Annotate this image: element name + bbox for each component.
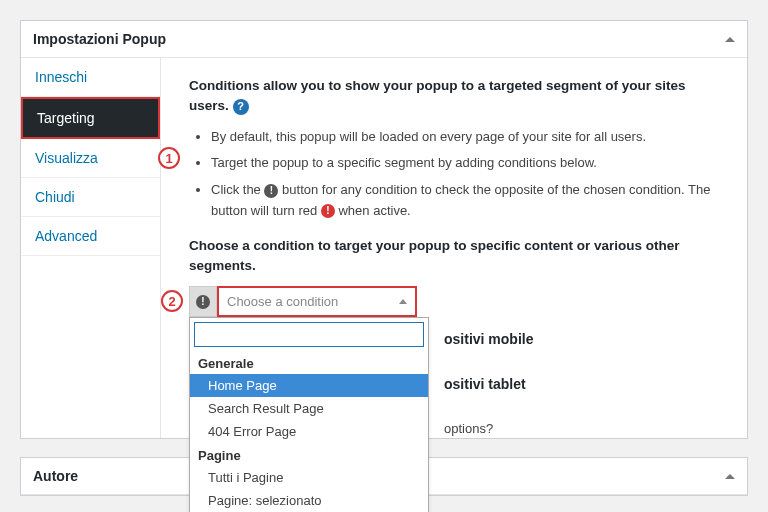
tab-label: Advanced	[35, 228, 97, 244]
dropdown-list[interactable]: Generale Home Page Search Result Page 40…	[190, 351, 428, 512]
tab-advanced[interactable]: Advanced	[21, 217, 160, 256]
collapse-icon	[725, 37, 735, 42]
dropdown-group-label: Pagine	[190, 443, 428, 466]
dropdown-item-404[interactable]: 404 Error Page	[190, 420, 428, 443]
collapse-icon	[725, 474, 735, 479]
dropdown-item-search[interactable]: Search Result Page	[190, 397, 428, 420]
tab-label: Visualizza	[35, 150, 98, 166]
dropdown-item-all-pages[interactable]: Tutti i Pagine	[190, 466, 428, 489]
dropdown-group-label: Generale	[190, 351, 428, 374]
popup-settings-panel: Impostazioni Popup Inneschi Targeting Vi…	[20, 20, 748, 439]
tab-content: Conditions allow you to show your popup …	[161, 58, 747, 438]
tab-label: Chiudi	[35, 189, 75, 205]
help-icon[interactable]: ?	[233, 99, 249, 115]
settings-tabs: Inneschi Targeting Visualizza 1 Chiudi A…	[21, 58, 161, 438]
dropdown-search-wrap	[190, 318, 428, 351]
chevron-up-icon	[399, 299, 407, 304]
tab-label: Inneschi	[35, 69, 87, 85]
bullet-item: Target the popup to a specific segment b…	[211, 153, 725, 174]
panel-title: Impostazioni Popup	[33, 31, 166, 47]
intro-text: Conditions allow you to show your popup …	[189, 76, 725, 117]
condition-heading: Choose a condition to target your popup …	[189, 236, 725, 277]
condition-dropdown: Generale Home Page Search Result Page 40…	[189, 317, 429, 512]
dropdown-item-pages-selected[interactable]: Pagine: selezionato	[190, 489, 428, 512]
dropdown-search-input[interactable]	[194, 322, 424, 347]
bullet-text: button for any condition to check the op…	[211, 182, 710, 218]
condition-row: 2 ! Choose a condition Generale	[189, 286, 725, 317]
tab-targeting[interactable]: Targeting	[21, 97, 160, 139]
tab-visualizza[interactable]: Visualizza 1	[21, 139, 160, 178]
tab-label: Targeting	[37, 110, 95, 126]
hidden-label-tablet: ositivi tablet	[444, 376, 526, 392]
dropdown-item-home[interactable]: Home Page	[190, 374, 428, 397]
hidden-label-options: options?	[444, 421, 493, 436]
panel-title: Autore	[33, 468, 78, 484]
bullet-list: By default, this popup will be loaded on…	[189, 127, 725, 222]
hidden-label-mobile: ositivi mobile	[444, 331, 533, 347]
bullet-item: Click the ! button for any condition to …	[211, 180, 725, 222]
bullet-text: Click the	[211, 182, 264, 197]
tab-inneschi[interactable]: Inneschi	[21, 58, 160, 97]
exclamation-icon: !	[196, 295, 210, 309]
bullet-item: By default, this popup will be loaded on…	[211, 127, 725, 148]
intro-span: Conditions allow you to show your popup …	[189, 78, 686, 113]
condition-wrapper: ositivi mobile ositivi tablet options? 2…	[189, 286, 725, 317]
not-icon-active: !	[321, 204, 335, 218]
bullet-text: when active.	[335, 203, 411, 218]
panel-body: Inneschi Targeting Visualizza 1 Chiudi A…	[21, 58, 747, 438]
not-icon: !	[264, 184, 278, 198]
not-toggle-button[interactable]: !	[189, 286, 217, 317]
tab-chiudi[interactable]: Chiudi	[21, 178, 160, 217]
annotation-marker-2: 2	[161, 290, 183, 312]
select-placeholder: Choose a condition	[227, 294, 338, 309]
condition-select[interactable]: Choose a condition	[217, 286, 417, 317]
panel-header[interactable]: Impostazioni Popup	[21, 21, 747, 58]
